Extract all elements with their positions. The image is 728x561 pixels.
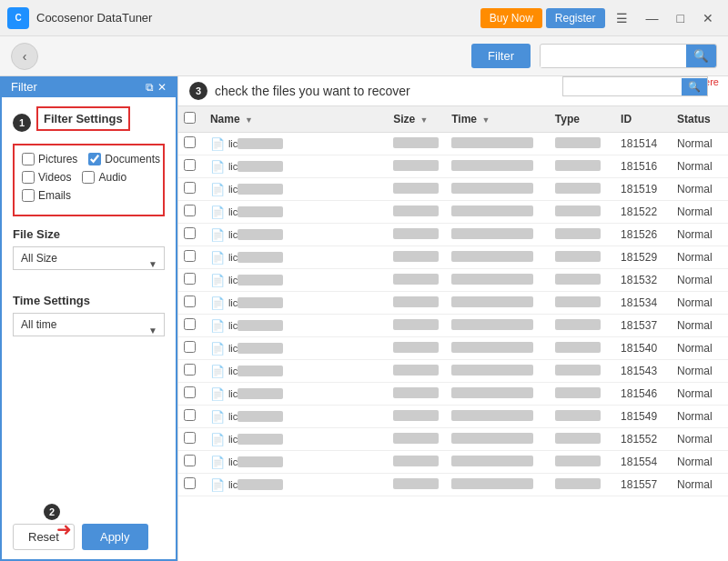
- register-button[interactable]: Register: [546, 8, 605, 28]
- main-search-input[interactable]: [541, 45, 686, 67]
- blurred-type: [555, 296, 601, 307]
- file-table-wrapper[interactable]: Name ▼ Size ▼ Time ▼ Type: [178, 106, 728, 561]
- audio-checkbox[interactable]: [82, 171, 95, 184]
- file-icon: 📄: [210, 387, 225, 401]
- buy-now-button[interactable]: Buy Now: [480, 8, 542, 28]
- table-row[interactable]: 📄 lic 181526 Normal: [178, 224, 728, 246]
- inline-search-button[interactable]: 🔍: [682, 78, 707, 95]
- row-checkbox[interactable]: [184, 477, 196, 489]
- search-area: you can search the file name here 🔍: [568, 76, 719, 87]
- row-id: 181557: [615, 474, 672, 496]
- table-row[interactable]: 📄 lic 181543 Normal: [178, 360, 728, 383]
- col-header-type[interactable]: Type: [550, 106, 615, 133]
- table-row[interactable]: 📄 lic 181534 Normal: [178, 292, 728, 315]
- menu-button[interactable]: ☰: [609, 9, 635, 27]
- name-sort-icon: ▼: [245, 115, 253, 125]
- documents-label: Documents: [105, 153, 160, 165]
- videos-checkbox[interactable]: [22, 171, 35, 184]
- time-settings-select[interactable]: All time: [13, 313, 165, 336]
- col-header-time[interactable]: Time ▼: [446, 106, 550, 133]
- inline-search-input[interactable]: [563, 77, 682, 95]
- col-header-id[interactable]: ID: [615, 106, 672, 133]
- row-status: Normal: [672, 292, 728, 315]
- filter-close-button[interactable]: ✕: [157, 81, 167, 94]
- row-checkbox[interactable]: [184, 273, 196, 285]
- blurred-time: [451, 160, 533, 171]
- table-row[interactable]: 📄 lic 181540 Normal: [178, 337, 728, 360]
- documents-checkbox[interactable]: [88, 153, 101, 165]
- row-checkbox[interactable]: [184, 296, 196, 307]
- blurred-size: [393, 137, 439, 148]
- row-checkbox[interactable]: [184, 341, 196, 353]
- table-row[interactable]: 📄 lic 181529 Normal: [178, 246, 728, 269]
- blurred-filename: [238, 479, 283, 490]
- row-checkbox[interactable]: [184, 432, 196, 444]
- row-id: 181526: [615, 224, 672, 246]
- table-row[interactable]: 📄 lic 181522 Normal: [178, 201, 728, 224]
- filter-row-1: Pictures Documents: [22, 153, 156, 165]
- row-checkbox[interactable]: [184, 364, 196, 376]
- table-row[interactable]: 📄 lic 181557 Normal: [178, 474, 728, 496]
- col-header-size[interactable]: Size ▼: [388, 106, 446, 133]
- file-icon: 📄: [210, 456, 225, 469]
- maximize-button[interactable]: □: [670, 9, 692, 27]
- main-search-button[interactable]: 🔍: [686, 45, 716, 67]
- row-checkbox[interactable]: [184, 205, 196, 216]
- row-checkbox[interactable]: [184, 250, 196, 262]
- filter-button[interactable]: Filter: [471, 44, 531, 68]
- filter-pictures[interactable]: Pictures: [22, 153, 77, 165]
- emails-checkbox[interactable]: [22, 189, 35, 202]
- file-size-select-wrapper: All Size: [13, 246, 165, 281]
- row-checkbox[interactable]: [184, 386, 196, 398]
- blurred-size: [393, 274, 439, 285]
- row-checkbox[interactable]: [184, 318, 196, 330]
- apply-button[interactable]: Apply: [82, 524, 148, 550]
- blurred-size: [393, 160, 439, 171]
- inline-search-box: 🔍: [562, 76, 708, 96]
- row-checkbox[interactable]: [184, 182, 196, 194]
- file-size-select[interactable]: All Size: [13, 246, 165, 270]
- row-checkbox[interactable]: [184, 409, 196, 421]
- row-status: Normal: [672, 428, 728, 451]
- filter-panel-inner: 1 Filter Settings Pictures Documents: [2, 97, 176, 515]
- file-icon: 📄: [210, 365, 225, 378]
- row-checkbox[interactable]: [184, 227, 196, 239]
- filter-row-2: Videos Audio: [22, 171, 156, 184]
- table-row[interactable]: 📄 lic 181546 Normal: [178, 383, 728, 406]
- file-icon: 📄: [210, 160, 225, 174]
- close-button[interactable]: ✕: [695, 9, 721, 27]
- row-status: Normal: [672, 178, 728, 201]
- blurred-filename: [238, 434, 283, 445]
- blurred-type: [555, 160, 601, 171]
- blurred-filename: [238, 366, 283, 376]
- col-header-status[interactable]: Status: [672, 106, 728, 133]
- back-button[interactable]: ‹: [11, 43, 38, 70]
- blurred-filename: [238, 161, 283, 172]
- col-header-name[interactable]: Name ▼: [205, 106, 388, 133]
- select-all-checkbox[interactable]: [184, 112, 196, 124]
- filter-restore-button[interactable]: ⧉: [146, 81, 154, 94]
- table-row[interactable]: 📄 lic 181514 Normal: [178, 133, 728, 155]
- filter-emails[interactable]: Emails: [22, 189, 71, 202]
- table-row[interactable]: 📄 lic 181554 Normal: [178, 451, 728, 474]
- blurred-type: [555, 456, 601, 466]
- filter-documents[interactable]: Documents: [88, 153, 160, 165]
- row-checkbox[interactable]: [184, 159, 196, 171]
- minimize-button[interactable]: —: [639, 9, 666, 27]
- blurred-time: [451, 228, 533, 239]
- table-row[interactable]: 📄 lic 181532 Normal: [178, 269, 728, 292]
- table-row[interactable]: 📄 lic 181549 Normal: [178, 406, 728, 428]
- pictures-label: Pictures: [38, 153, 77, 165]
- filter-videos[interactable]: Videos: [22, 171, 71, 184]
- col-header-checkbox[interactable]: [178, 106, 205, 133]
- row-checkbox[interactable]: [184, 136, 196, 148]
- filter-audio[interactable]: Audio: [82, 171, 126, 184]
- table-row[interactable]: 📄 lic 181537 Normal: [178, 315, 728, 337]
- row-checkbox[interactable]: [184, 455, 196, 466]
- table-row[interactable]: 📄 lic 181552 Normal: [178, 428, 728, 451]
- file-icon: 📄: [210, 228, 225, 242]
- row-status: Normal: [672, 133, 728, 155]
- pictures-checkbox[interactable]: [22, 153, 35, 165]
- table-row[interactable]: 📄 lic 181516 Normal: [178, 155, 728, 178]
- table-row[interactable]: 📄 lic 181519 Normal: [178, 178, 728, 201]
